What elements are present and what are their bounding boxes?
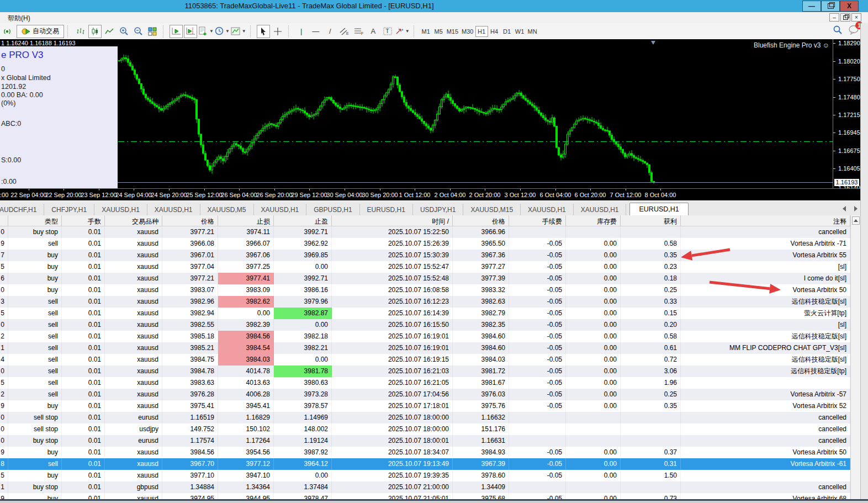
order-row[interactable]: 0buy0.01xauusd3983.073983.093986.162025.… xyxy=(0,284,850,296)
arrows-tool-button[interactable]: ▼ xyxy=(395,25,410,38)
order-row[interactable]: 9buy0.01xauusd3975.413945.413978.572025.… xyxy=(0,400,850,412)
auto-trading-button[interactable]: 自动交易 xyxy=(17,25,64,38)
column-header-profit[interactable]: 获利 xyxy=(621,215,681,226)
column-header-type[interactable]: 类型 xyxy=(8,215,62,226)
tab-scroll-right-icon[interactable] xyxy=(854,206,858,211)
order-row[interactable]: 0sell0.01xauusd3982.553982.390.002025.10… xyxy=(0,319,850,331)
chart-tab-usdjpy-h1-8[interactable]: USDJPY,H1 xyxy=(413,204,463,216)
timeframe-m15-button[interactable]: M15 xyxy=(445,26,460,37)
horizontal-line-tool-button[interactable]: — xyxy=(309,25,322,38)
chart-tab-xauusd-h1-5[interactable]: XAUUSD,H1 xyxy=(254,204,307,216)
chart-area[interactable]: 1 1.16240 1.16188 1.16193 Bluefish Engin… xyxy=(0,39,868,188)
channel-tool-button[interactable]: E xyxy=(338,25,351,38)
indicators-button[interactable]: ▼ xyxy=(231,25,246,38)
order-row[interactable]: 0sell0.01xauusd3984.784014.783981.782025… xyxy=(0,366,850,377)
crosshair-tool-button[interactable] xyxy=(271,25,284,38)
timeframe-h4-button[interactable]: H4 xyxy=(488,26,501,37)
column-header-commission[interactable]: 手续费 xyxy=(509,215,566,226)
chart-tab-xauusd-h1-3[interactable]: XAUUSD,H1 xyxy=(147,204,200,216)
chart-tab-xauusd-h1-11[interactable]: XAUUSD,H1 xyxy=(574,204,627,216)
child-restore-button[interactable] xyxy=(840,13,850,22)
order-row[interactable]: 0buy stop0.01xauusd3977.213974.113992.71… xyxy=(0,226,850,238)
chart-tab-xauusd-h1-2[interactable]: XAUUSD,H1 xyxy=(94,204,147,216)
candlestick-mode-button[interactable] xyxy=(88,25,102,38)
trendline-tool-button[interactable]: / xyxy=(324,25,337,38)
column-header-symbol[interactable]: 交易品种 xyxy=(105,215,162,226)
search-button[interactable] xyxy=(833,25,843,35)
orders-table-header[interactable]: 类型手数交易品种价格止损止盈时间 /价格手续费库存费获利注释 xyxy=(0,215,850,226)
order-row[interactable]: 9buy0.01xauusd3974.953944.953978.472025.… xyxy=(0,493,850,499)
fibonacci-tool-button[interactable]: F xyxy=(352,25,366,38)
column-header-open-time[interactable]: 时间 / xyxy=(332,215,453,226)
column-header-comment[interactable]: 注释 xyxy=(681,215,850,226)
timeframe-m1-button[interactable]: M1 xyxy=(420,26,432,37)
child-close-button[interactable]: × xyxy=(851,13,861,22)
column-header-stop-loss[interactable]: 止损 xyxy=(218,215,274,226)
order-row[interactable]: 8sell0.01xauusd3967.703977.123964.122025… xyxy=(0,458,850,470)
scroll-up-button[interactable] xyxy=(852,216,860,225)
chart-tab-eurusd-h1-7[interactable]: EURUSD,H1 xyxy=(360,204,413,216)
close-button[interactable]: X xyxy=(840,1,859,12)
period-button[interactable]: ▼ xyxy=(215,25,230,38)
chart-tab-gbpusd-h1-6[interactable]: GBPUSD,H1 xyxy=(306,204,359,216)
restore-button[interactable] xyxy=(821,1,840,12)
column-header-open-price[interactable]: 价格 xyxy=(162,215,218,226)
line-chart-mode-button[interactable] xyxy=(103,25,116,38)
notifications-button[interactable]: 1 xyxy=(848,25,859,35)
bar-chart-mode-button[interactable] xyxy=(74,25,87,38)
tile-windows-button[interactable] xyxy=(146,25,159,38)
time-axis[interactable]: :0022 Sep 04:0022 Sep 20:0023 Sep 12:002… xyxy=(0,188,860,200)
timeframe-mn-button[interactable]: MN xyxy=(526,26,539,37)
column-header-swap[interactable]: 库存费 xyxy=(566,215,621,226)
new-order-button[interactable]: ▼ xyxy=(198,25,214,38)
auto-scroll-button[interactable] xyxy=(170,25,183,38)
order-row[interactable]: 0sell stop0.01usdjpy149.752150.102148.00… xyxy=(0,423,850,435)
order-row[interactable]: 7buy0.01xauusd3967.013967.063969.852025.… xyxy=(0,250,850,261)
order-row[interactable]: 2sell0.01xauusd3976.284006.283973.282025… xyxy=(0,389,850,400)
order-row[interactable]: 0sell stop0.01eurusd1.165191.168291.1496… xyxy=(0,412,850,423)
chart-tab-xauusd-m15-9[interactable]: XAUUSD,M15 xyxy=(463,204,521,216)
column-header-take-profit[interactable]: 止盈 xyxy=(274,215,332,226)
column-header-lots[interactable]: 手数 xyxy=(62,215,105,226)
chart-shift-button[interactable] xyxy=(184,25,197,38)
text-label-tool-button[interactable]: T xyxy=(381,25,394,38)
vertical-line-tool-button[interactable]: | xyxy=(295,25,308,38)
zoom-in-button[interactable] xyxy=(117,25,130,38)
menu-help[interactable]: 帮助(H) xyxy=(4,13,34,24)
order-row[interactable]: 5sell0.01xauusd3982.940.003982.872025.10… xyxy=(0,308,850,319)
timeframe-h1-button[interactable]: H1 xyxy=(475,26,488,37)
timeframe-m30-button[interactable]: M30 xyxy=(460,26,475,37)
cell-commission: -0.05 xyxy=(509,389,566,400)
order-row[interactable]: 5buy0.01xauusd3977.043977.250.002025.10.… xyxy=(0,261,850,273)
timeframe-w1-button[interactable]: W1 xyxy=(514,26,526,37)
price-scale[interactable]: 1.182901.180201.177501.174801.172151.169… xyxy=(833,39,860,188)
child-minimize-button[interactable]: – xyxy=(829,13,839,22)
order-row[interactable]: 0buy stop0.01eurusd1.175741.172641.19124… xyxy=(0,435,850,447)
chart-tab-xauusd-h1-10[interactable]: XAUUSD,H1 xyxy=(521,204,574,216)
timeframe-d1-button[interactable]: D1 xyxy=(501,26,514,37)
table-scrollbar[interactable] xyxy=(850,215,860,499)
order-row[interactable]: 5sell0.01xauusd3983.634013.633980.632025… xyxy=(0,377,850,389)
order-row[interactable]: 6buy0.01xauusd3977.213977.413992.712025.… xyxy=(0,273,850,284)
chart-tab-audchf-h1-0[interactable]: AUDCHF,H1 xyxy=(0,204,44,216)
order-row[interactable]: 9buy0.01xauusd3984.563954.563987.922025.… xyxy=(0,447,850,458)
text-tool-button[interactable]: A xyxy=(367,25,380,38)
order-row[interactable]: 9sell0.01xauusd3966.083966.073962.922025… xyxy=(0,238,850,250)
timeframe-m5-button[interactable]: M5 xyxy=(432,26,445,37)
chart-tab-xauusd-m5-4[interactable]: XAUUSD,M5 xyxy=(200,204,254,216)
zoom-out-button[interactable] xyxy=(131,25,145,38)
order-row[interactable]: 5buy0.01xauusd3977.103947.100.002025.10.… xyxy=(0,470,850,481)
chart-tab-eurusd-h1-12[interactable]: EURUSD,H1 xyxy=(629,203,688,216)
order-row[interactable]: 1buy stop0.01gbpusd1.348841.343641.37484… xyxy=(0,481,850,493)
order-row[interactable]: 2sell0.01xauusd3985.183984.563982.182025… xyxy=(0,331,850,342)
chart-tab-chfjpy-h1-1[interactable]: CHFJPY,H1 xyxy=(44,204,94,216)
order-row[interactable]: 1sell0.01xauusd3985.213984.543982.212025… xyxy=(0,342,850,354)
cursor-tool-button[interactable] xyxy=(257,25,270,38)
order-row[interactable]: 4sell0.01xauusd3984.753984.030.002025.10… xyxy=(0,354,850,366)
tab-scroll-left-icon[interactable] xyxy=(843,206,846,211)
order-row[interactable]: 3sell0.01xauusd3982.963982.623979.962025… xyxy=(0,296,850,308)
connection-status-icon[interactable] xyxy=(1,25,14,38)
minimize-button[interactable]: — xyxy=(802,1,821,12)
column-header-close-price[interactable]: 价格 xyxy=(453,215,509,226)
column-header-order-id[interactable] xyxy=(0,215,8,226)
